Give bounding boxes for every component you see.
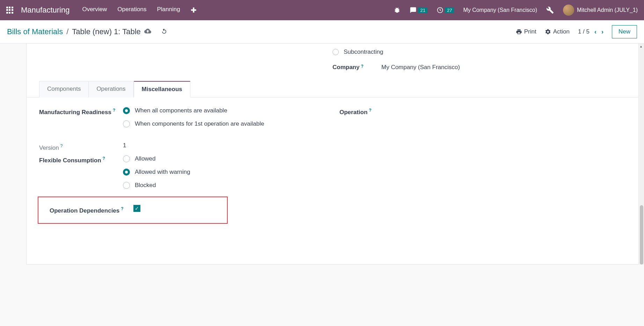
readiness-label: Manufacturing Readiness? <box>39 106 123 116</box>
plus-icon[interactable]: ✚ <box>191 6 197 14</box>
cloud-upload-icon[interactable] <box>144 28 151 36</box>
messages-badge: 21 <box>418 7 427 13</box>
radio-subcontracting[interactable]: Subcontracting <box>332 49 626 55</box>
breadcrumb-sep: / <box>66 27 68 36</box>
radio-flex-blocked[interactable]: Blocked <box>123 181 325 190</box>
radio-flex-allowed[interactable]: Allowed <box>123 155 325 163</box>
subheader: Bills of Materials / Table (new) 1: Tabl… <box>0 20 644 44</box>
breadcrumb-current: Table (new) 1: Table <box>72 27 141 36</box>
pager-next[interactable]: › <box>601 28 603 36</box>
help-icon[interactable]: ? <box>121 206 123 211</box>
radio-circle-icon <box>332 49 339 55</box>
bug-icon[interactable] <box>394 7 401 14</box>
radio-circle-icon <box>123 182 130 189</box>
action-button[interactable]: Action <box>545 28 570 35</box>
messages-icon[interactable]: 21 <box>410 7 427 14</box>
nav-operations[interactable]: Operations <box>117 6 146 14</box>
app-brand[interactable]: Manufacturing <box>21 6 69 15</box>
flex-label: Flexible Consumption? <box>39 155 123 164</box>
apps-icon[interactable] <box>6 7 13 14</box>
pager-prev[interactable]: ‹ <box>594 28 597 36</box>
radio-circle-icon <box>123 155 130 162</box>
radio-circle-selected-icon <box>123 169 130 176</box>
highlight-annotation: Operation Dependencies? ✓ <box>38 197 228 224</box>
radio-readiness-first[interactable]: When components for 1st operation are av… <box>123 120 325 128</box>
help-icon[interactable]: ? <box>113 108 115 113</box>
pager-text[interactable]: 1 / 5 <box>578 28 590 35</box>
nav-overview[interactable]: Overview <box>82 6 107 14</box>
radio-circle-selected-icon <box>123 107 130 114</box>
company-label: Company? <box>332 64 381 71</box>
radio-readiness-all[interactable]: When all components are available <box>123 106 325 115</box>
user-name: Mitchell Admin (JULY_1) <box>577 7 638 13</box>
company-value[interactable]: My Company (San Francisco) <box>381 64 460 71</box>
activities-badge: 27 <box>445 7 454 13</box>
breadcrumb-root[interactable]: Bills of Materials <box>7 27 63 36</box>
print-button[interactable]: Print <box>516 28 536 35</box>
nav-planning[interactable]: Planning <box>157 6 180 14</box>
scrollbar[interactable]: ▴ <box>639 44 644 265</box>
discard-icon[interactable] <box>161 28 167 36</box>
operation-label: Operation? <box>339 106 423 116</box>
scroll-thumb[interactable] <box>640 205 643 265</box>
help-icon[interactable]: ? <box>60 143 63 148</box>
avatar <box>563 5 574 16</box>
help-icon[interactable]: ? <box>361 64 363 69</box>
tab-bar: Components Operations Miscellaneous <box>27 81 638 97</box>
radio-flex-warning[interactable]: Allowed with warning <box>123 168 325 176</box>
tab-operations[interactable]: Operations <box>89 81 133 97</box>
activities-icon[interactable]: 27 <box>437 7 454 14</box>
user-menu[interactable]: Mitchell Admin (JULY_1) <box>563 5 638 16</box>
tools-icon[interactable] <box>546 6 554 14</box>
form-sheet: Subcontracting Company? My Company (San … <box>26 44 639 265</box>
radio-circle-icon <box>123 120 130 127</box>
tab-miscellaneous[interactable]: Miscellaneous <box>134 81 190 97</box>
scroll-up-icon[interactable]: ▴ <box>640 44 642 48</box>
help-icon[interactable]: ? <box>369 108 371 113</box>
version-label: Version? <box>39 142 123 151</box>
help-icon[interactable]: ? <box>103 156 105 161</box>
top-navbar: Manufacturing Overview Operations Planni… <box>0 0 644 20</box>
version-value: 1 <box>123 142 325 149</box>
tab-components[interactable]: Components <box>39 81 89 97</box>
company-selector[interactable]: My Company (San Francisco) <box>463 7 537 13</box>
new-button[interactable]: New <box>612 25 637 38</box>
opdep-label: Operation Dependencies? <box>50 205 133 214</box>
opdep-checkbox[interactable]: ✓ <box>133 205 140 212</box>
